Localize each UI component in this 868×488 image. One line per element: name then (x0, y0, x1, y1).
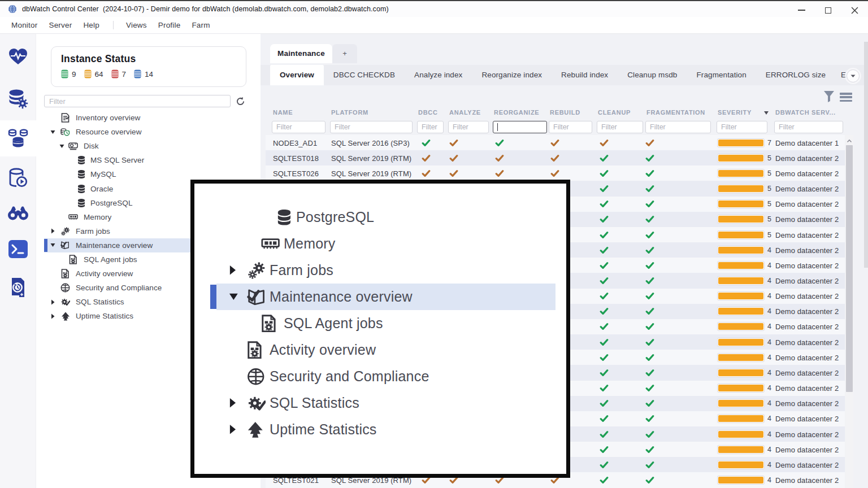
filter-input-reorganize[interactable] (493, 121, 547, 133)
rail-terminal-icon[interactable] (0, 231, 36, 267)
filter-input-name[interactable] (272, 121, 326, 133)
rail-binoculars-icon[interactable] (0, 195, 36, 231)
table-menu-icon[interactable] (840, 93, 852, 102)
tree-item-label: MySQL (90, 170, 116, 178)
column-header-analyze[interactable]: ANALYZE (449, 109, 481, 116)
cell-severity: 4 (767, 246, 771, 254)
status-count-alarm: 7 (111, 69, 127, 79)
menu-item-monitor[interactable]: Monitor (11, 21, 37, 29)
sort-descending-icon[interactable] (764, 111, 769, 115)
filter-input-platform[interactable] (330, 121, 413, 133)
rail-database-farm-icon[interactable] (0, 120, 36, 156)
subtab-dbcc-checkdb[interactable]: DBCC CHECKDB (324, 65, 405, 85)
tree-collapsed-arrow-icon[interactable] (50, 228, 55, 234)
tree-item-postgresql[interactable]: PostgreSQL (194, 204, 566, 230)
column-header-dbwatch-serv-[interactable]: DBWATCH SERV... (775, 109, 836, 116)
tree-item-ms-sql-server[interactable]: MS SQL Server (36, 153, 261, 167)
filter-input-fragmentation[interactable] (645, 121, 711, 133)
subtab-reorganize-index[interactable]: Reorganize index (472, 65, 552, 85)
column-header-reorganize[interactable]: REORGANIZE (494, 109, 539, 116)
tree-item-maintenance-overview[interactable]: Maintenance overview (194, 284, 566, 310)
tree-item-inventory-overview[interactable]: Inventory overview (36, 111, 261, 125)
menu-item-help[interactable]: Help (83, 21, 99, 29)
menu-item-profile[interactable]: Profile (158, 21, 181, 29)
filter-funnel-icon[interactable] (823, 90, 835, 103)
rail-database-gear-icon[interactable] (0, 81, 36, 117)
severity-bar (717, 476, 765, 485)
column-header-name[interactable]: NAME (273, 109, 293, 116)
minimize-button[interactable] (788, 2, 815, 18)
scroll-up-icon[interactable] (847, 136, 852, 142)
new-tab-button[interactable]: + (332, 44, 357, 63)
subtab-cleanup-msdb[interactable]: Cleanup msdb (618, 65, 687, 85)
menu-item-views[interactable]: Views (126, 21, 147, 29)
column-header-dbcc[interactable]: DBCC (418, 109, 438, 116)
filter-input-dbwatch-serv-[interactable] (774, 121, 843, 133)
severity-bar-fill (718, 277, 763, 284)
rail-heart-pulse-icon[interactable] (0, 38, 36, 75)
table-row-node3_ad1[interactable]: NODE3_AD1SQL Server 2016 (SP3)7Demo data… (266, 135, 845, 150)
tree-expanded-arrow-icon[interactable] (59, 143, 64, 149)
tree-item-sql-agent-jobs[interactable]: SQL Agent jobs (194, 310, 566, 337)
tree-expanded-arrow-icon[interactable] (50, 242, 55, 248)
tree-collapsed-arrow-icon[interactable] (229, 265, 236, 276)
column-header-cleanup[interactable]: CLEANUP (598, 109, 631, 116)
maximize-button[interactable] (815, 2, 841, 18)
tree-expanded-arrow-icon[interactable] (50, 129, 55, 135)
cell-name: NODE3_AD1 (273, 138, 317, 147)
subtab-fragmentation[interactable]: Fragmentation (687, 65, 756, 85)
table-row-sqltest018[interactable]: SQLTEST018SQL Server 2019 (RTM)5Demo dat… (266, 150, 845, 165)
tree-collapsed-arrow-icon[interactable] (229, 424, 236, 435)
column-header-severity[interactable]: SEVERITY (718, 109, 752, 116)
column-header-fragmentation[interactable]: FRAGMENTATION (646, 109, 705, 116)
window-scrollbar-thumb[interactable] (864, 42, 868, 268)
menu-item-farm[interactable]: Farm (192, 21, 210, 29)
rail-document-history-icon[interactable] (0, 269, 36, 305)
filter-input-rebuild[interactable] (549, 121, 592, 133)
check-rebuild-orange-icon (550, 154, 559, 163)
table-row-sqltest026[interactable]: SQLTEST026SQL Server 2019 (RTM)5Demo dat… (266, 165, 845, 181)
cell-severity: 4 (767, 307, 771, 315)
column-header-rebuild[interactable]: REBUILD (550, 109, 580, 116)
tree-item-security-and-compliance[interactable]: Security and Compliance (194, 363, 566, 390)
column-header-platform[interactable]: PLATFORM (331, 109, 368, 116)
tree-item-memory[interactable]: Memory (194, 230, 566, 257)
scrollbar-thumb[interactable] (846, 145, 853, 392)
tree-collapsed-arrow-icon[interactable] (50, 299, 55, 305)
tree-item-uptime-statistics[interactable]: Uptime Statistics (194, 416, 566, 443)
subtab-overflow-button[interactable] (847, 69, 860, 82)
tree-collapsed-arrow-icon[interactable] (50, 313, 55, 319)
tree-item-label: Inventory overview (76, 114, 140, 122)
filter-input-dbcc[interactable] (417, 121, 444, 133)
subtab-overview[interactable]: Overview (270, 65, 324, 85)
refresh-icon[interactable] (236, 97, 245, 106)
check-fragmentation-green-icon (645, 184, 654, 193)
tree-collapsed-arrow-icon[interactable] (229, 398, 236, 408)
tree-item-disk[interactable]: Disk (36, 139, 261, 153)
tree-expanded-arrow-icon[interactable] (229, 293, 238, 301)
subtab-truncated[interactable]: E (841, 65, 847, 85)
filter-input-cleanup[interactable] (597, 121, 643, 133)
check-cleanup-green-icon (600, 215, 609, 224)
table-scrollbar[interactable] (845, 135, 853, 488)
tree-item-farm-jobs[interactable]: Farm jobs (194, 257, 566, 284)
status-count-value: 7 (122, 70, 127, 79)
severity-bar-fill (718, 155, 763, 162)
tree-item-sql-statistics[interactable]: SQL Statistics (194, 390, 566, 416)
tree-item-activity-overview[interactable]: Activity overview (194, 337, 566, 363)
tree-item-label: Memory (284, 236, 335, 252)
rail-database-clock-icon[interactable] (0, 160, 36, 196)
subtab-rebuild-index[interactable]: Rebuild index (552, 65, 618, 85)
filter-input-severity[interactable] (717, 121, 767, 133)
severity-bar (717, 230, 765, 239)
menu-item-server[interactable]: Server (49, 21, 72, 29)
resources-icon (60, 127, 70, 137)
sidebar-filter-input[interactable] (44, 95, 231, 107)
close-button[interactable] (841, 2, 868, 18)
cell-severity: 4 (767, 292, 771, 300)
subtab-errorlog-size[interactable]: ERRORLOG size (756, 65, 835, 85)
tab-maintenance[interactable]: Maintenance (270, 44, 332, 63)
subtab-analyze-index[interactable]: Analyze index (405, 65, 472, 85)
tree-item-resource-overview[interactable]: Resource overview (36, 125, 261, 139)
filter-input-analyze[interactable] (448, 121, 489, 133)
